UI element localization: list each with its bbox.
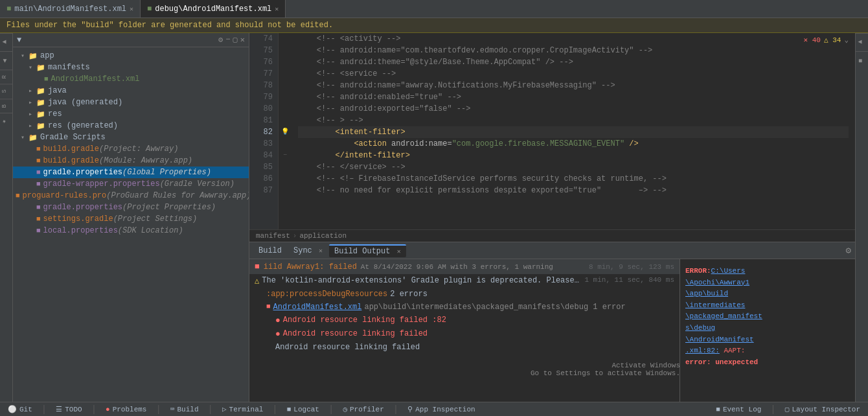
status-app-inspection[interactable]: ⚲ App Inspection (405, 405, 477, 413)
build-output-left[interactable]: ■ iild Awwray1: failed At 8/14/2022 9:06… (249, 259, 680, 402)
commit-tool-button[interactable]: ▲ (0, 51, 12, 69)
gutter-86 (280, 173, 290, 185)
editor-tab-bar[interactable]: ■ main\AndroidManifest.xml ✕ ■ debug\And… (0, 0, 868, 18)
tab-debug-manifest[interactable]: ■ debug\AndroidManifest.xml ✕ (141, 0, 286, 17)
right-tool-2[interactable]: ■ (856, 51, 868, 69)
editor-area: ✕ 40 △ 34 ⌄ 74 75 76 77 78 79 80 81 82 (249, 33, 855, 402)
tree-item-res[interactable]: ▸ 📁 res (13, 108, 249, 120)
build-variants-button[interactable]: B (0, 98, 12, 113)
gutter-77 (280, 68, 290, 80)
error-path[interactable]: C:\Users\Apochi\Awwray1\app\build\interm… (685, 267, 762, 354)
tab-main-manifest[interactable]: ■ main\AndroidManifest.xml ✕ (0, 0, 141, 17)
status-layout-inspector[interactable]: ▢ Layout Inspector (782, 404, 863, 415)
tree-item-gradle-scripts[interactable]: ▾ 📁 Gradle Scripts (13, 132, 249, 143)
build-file-link[interactable]: AndroidManifest.xml (273, 303, 362, 312)
code-line-77: <!-- <service --> (298, 68, 849, 80)
collapse-icon[interactable]: − (225, 35, 230, 45)
status-profiler-label: Profiler (350, 406, 384, 413)
code-line-74: <!-- <activity --> (298, 33, 849, 45)
project-tool-button[interactable]: ▶ (0, 33, 12, 51)
status-problems[interactable]: ● Problems (103, 406, 149, 413)
code-line-80: <!-- android:exported="false" --> (298, 103, 849, 115)
gutter-79 (280, 91, 290, 103)
status-event-log[interactable]: ■ Event Log (713, 404, 764, 415)
tree-item-manifests[interactable]: ▾ 📁 manifests (13, 62, 249, 73)
status-git[interactable]: ⚪ Git (5, 405, 35, 413)
bulb-icon[interactable]: 💡 (281, 126, 289, 138)
code-editor[interactable]: ✕ 40 △ 34 ⌄ 74 75 76 77 78 79 80 81 82 (249, 33, 855, 229)
structure-tool-button[interactable]: S (0, 84, 12, 98)
line-num-74: 74 (255, 33, 273, 45)
status-profiler[interactable]: ◷ Profiler (340, 405, 386, 413)
expand-icon[interactable]: ▢ (233, 35, 238, 45)
build-tab-build-output[interactable]: Build Output ✕ (329, 244, 406, 257)
favorites-button[interactable]: ★ (0, 113, 12, 131)
folder-icon-manifests: 📁 (36, 64, 45, 72)
project-sidebar: ▼ ⚙ − ▢ ✕ ▾ 📁 app ▾ 📁 manifests (13, 33, 249, 402)
build-task-row[interactable]: :app:processDebugResources 2 errors (249, 288, 680, 301)
code-line-79: <!-- android:enabled="true" --> (298, 91, 849, 103)
tab-main-manifest-close[interactable]: ✕ (130, 5, 133, 13)
tree-item-gradle-props-global[interactable]: ■ gradle.properties (Global Properties) (13, 167, 249, 178)
tree-item-proguard[interactable]: ■ proguard-rules.pro (ProGuard Rules for… (13, 190, 249, 202)
build-warning-row[interactable]: △ The 'kotlin-android-extensions' Gradle… (249, 274, 680, 288)
status-bar: ⚪ Git | ☰ TODO | ● Problems | ⌨ Build | … (0, 402, 868, 416)
build-main-error-row[interactable]: ■ iild Awwray1: failed At 8/14/2022 9:06… (249, 259, 680, 274)
build-error-row-2[interactable]: ● Android resource linking failed (249, 327, 680, 341)
status-event-log-label: Event Log (723, 406, 761, 413)
gradle-icon-mod: ■ (36, 157, 41, 165)
warning-count-badge: △ 34 (824, 36, 841, 44)
tree-item-settings-gradle[interactable]: ■ settings.gradle (Project Settings) (13, 213, 249, 225)
build-tabs-bar[interactable]: Build Sync ✕ Build Output ✕ ⚙ (249, 242, 855, 259)
build-tab-sync[interactable]: Sync ✕ (288, 245, 328, 257)
status-terminal[interactable]: ▷ Terminal (220, 405, 266, 413)
close-sidebar-icon[interactable]: ✕ (240, 35, 245, 45)
build-tab-sync-close[interactable]: ✕ (319, 248, 323, 255)
tab-debug-manifest-close[interactable]: ✕ (275, 5, 279, 13)
status-sep-8: | (770, 404, 775, 415)
status-build[interactable]: ⌨ Build (168, 405, 201, 413)
line-num-81: 81 (255, 115, 273, 126)
code-content[interactable]: <!-- <activity --> <!-- android:name="co… (291, 33, 855, 229)
tree-arrow-java-gen: ▸ (29, 98, 36, 106)
tree-item-androidmanifest[interactable]: ■ AndroidManifest.xml (13, 73, 249, 85)
build-settings-icon[interactable]: ⚙ (846, 245, 851, 256)
tree-label-gradle-props-proj: gradle.properties (43, 203, 122, 212)
tree-item-gradle-wrapper[interactable]: ■ gradle-wrapper.properties (Gradle Vers… (13, 178, 249, 190)
build-tab-build-output-label: Build Output (334, 247, 390, 256)
gutter-76 (280, 56, 290, 68)
tree-item-local-props[interactable]: ■ local.properties (SDK Location) (13, 225, 249, 237)
tree-arrow-res: ▸ (29, 110, 36, 118)
tree-label-java: java (48, 86, 67, 95)
build-file-error-row[interactable]: ■ AndroidManifest.xml app\build\intermed… (249, 301, 680, 314)
layout-inspector-icon: ▢ (785, 405, 790, 413)
code-lines-container[interactable]: 74 75 76 77 78 79 80 81 82 83 84 85 86 8… (249, 33, 855, 229)
tree-item-java[interactable]: ▸ 📁 java (13, 85, 249, 97)
resource-manager-button[interactable]: R (0, 69, 12, 84)
tree-item-build-gradle-proj[interactable]: ■ build.gradle (Project: Awwray) (13, 143, 249, 155)
status-todo[interactable]: ☰ TODO (53, 405, 84, 413)
fold-icon-84[interactable]: − (283, 150, 287, 161)
build-tab-build-output-close[interactable]: ✕ (397, 248, 401, 255)
error-message: error: unexpected (685, 358, 758, 366)
build-error-icon: ■ (255, 262, 260, 272)
xml-file-icon: ■ (6, 5, 11, 14)
code-line-83: <action android:name="com.google.firebas… (298, 138, 849, 150)
tree-arrow-res-gen: ▸ (29, 122, 36, 130)
tree-item-app[interactable]: ▾ 📁 app (13, 50, 249, 62)
android-dropdown[interactable]: ▼ (17, 36, 21, 45)
gear-icon[interactable]: ⚙ (218, 35, 223, 45)
build-tab-build[interactable]: Build (253, 245, 287, 257)
tree-item-res-gen[interactable]: ▸ 📁 res (generated) (13, 120, 249, 132)
folder-icon-gradle-scripts: 📁 (29, 133, 38, 142)
tree-item-java-gen[interactable]: ▸ 📁 java (generated) (13, 97, 249, 108)
tree-item-build-gradle-mod[interactable]: ■ build.gradle (Module: Awwray.app) (13, 155, 249, 167)
tree-arrow-gradle-scripts: ▾ (21, 133, 29, 141)
right-tool-1[interactable]: ▶ (856, 33, 868, 51)
badge-expand-icon[interactable]: ⌄ (844, 36, 849, 44)
build-error-row-1[interactable]: ● Android resource linking failed :82 (249, 314, 680, 327)
tree-label-gradle-wrapper: gradle-wrapper.properties (43, 179, 160, 189)
status-logcat[interactable]: ■ Logcat (284, 406, 322, 413)
tree-item-gradle-props-proj[interactable]: ■ gradle.properties (Project Properties) (13, 202, 249, 213)
code-line-76: <!-- android:theme="@style/Base.Theme.Ap… (298, 56, 849, 68)
